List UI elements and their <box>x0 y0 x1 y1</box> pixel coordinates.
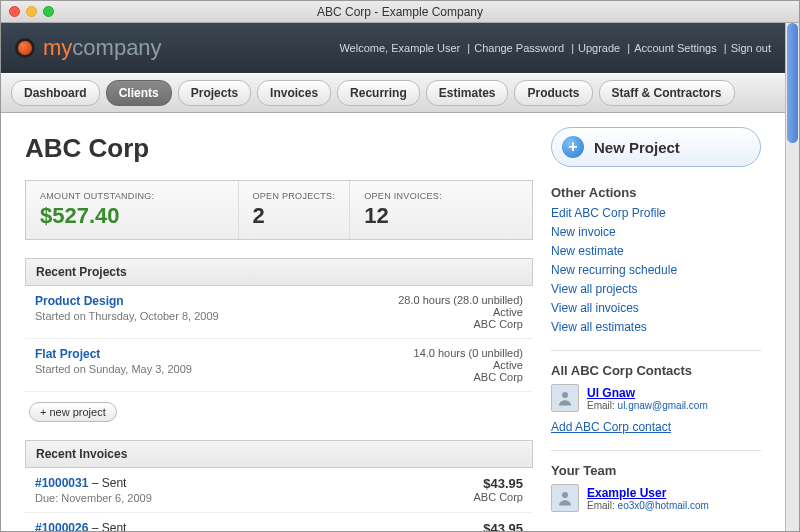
contact-email-link[interactable]: ul.gnaw@gmail.com <box>618 400 708 411</box>
logo-icon <box>15 38 35 58</box>
nav-clients[interactable]: Clients <box>106 80 172 106</box>
nav-recurring[interactable]: Recurring <box>337 80 420 106</box>
project-subtext: Started on Sunday, May 3, 2009 <box>35 363 192 375</box>
team-name-link[interactable]: Example User <box>587 486 666 500</box>
app-header: mycompany Welcome, Example User |Change … <box>1 23 785 73</box>
new-project-button-label: New Project <box>594 139 680 156</box>
user-links: Welcome, Example User |Change Password |… <box>339 42 771 54</box>
nav-invoices[interactable]: Invoices <box>257 80 331 106</box>
logo: mycompany <box>15 35 162 61</box>
outstanding-value: $527.40 <box>40 203 224 229</box>
invoice-meta: $43.95ABC Corp <box>473 476 523 504</box>
svg-point-0 <box>562 392 568 398</box>
project-subtext: Started on Thursday, October 8, 2009 <box>35 310 219 322</box>
sidebar-action-link[interactable]: View all projects <box>551 282 637 296</box>
page-title: ABC Corp <box>25 133 533 164</box>
link-account-settings[interactable]: Account Settings <box>634 42 717 54</box>
project-row: Flat ProjectStarted on Sunday, May 3, 20… <box>25 339 533 392</box>
project-link[interactable]: Flat Project <box>35 347 100 361</box>
team-email-link[interactable]: eo3x0@hotmail.com <box>618 500 709 511</box>
sidebar-action-link[interactable]: New recurring schedule <box>551 263 677 277</box>
window-titlebar: ABC Corp - Example Company <box>1 1 799 23</box>
team-heading: Your Team <box>551 463 761 478</box>
plus-icon: + <box>562 136 584 158</box>
nav-dashboard[interactable]: Dashboard <box>11 80 100 106</box>
scrollbar-thumb[interactable] <box>787 23 798 143</box>
summary-box: Amount Outstanding: $527.40 Open Project… <box>25 180 533 240</box>
sidebar-action-link[interactable]: Edit ABC Corp Profile <box>551 206 666 220</box>
outstanding-label: Amount Outstanding: <box>40 191 224 201</box>
open-invoices-value: 12 <box>364 203 442 229</box>
welcome-text: Welcome, Example User <box>339 42 460 54</box>
project-meta: 28.0 hours (28.0 unbilled)ActiveABC Corp <box>398 294 523 330</box>
zoom-icon[interactable] <box>43 6 54 17</box>
recent-invoices-header: Recent Invoices <box>25 440 533 468</box>
avatar-icon <box>551 384 579 412</box>
window-title: ABC Corp - Example Company <box>317 5 483 19</box>
invoice-row: #1000026 – SentDue: October 22, 2009$43.… <box>25 513 533 531</box>
svg-point-1 <box>562 492 568 498</box>
nav-staff[interactable]: Staff & Contractors <box>599 80 735 106</box>
close-icon[interactable] <box>9 6 20 17</box>
open-projects-label: Open Projects: <box>253 191 336 201</box>
invoice-row: #1000031 – SentDue: November 6, 2009$43.… <box>25 468 533 513</box>
nav-products[interactable]: Products <box>514 80 592 106</box>
contacts-heading: All ABC Corp Contacts <box>551 363 761 378</box>
link-sign-out[interactable]: Sign out <box>731 42 771 54</box>
project-meta: 14.0 hours (0 unbilled)ActiveABC Corp <box>414 347 523 383</box>
open-invoices-label: Open Invoices: <box>364 191 442 201</box>
other-actions-list: Edit ABC Corp ProfileNew invoiceNew esti… <box>551 206 761 334</box>
scrollbar[interactable] <box>785 23 799 531</box>
sidebar-action-link[interactable]: New invoice <box>551 225 616 239</box>
invoice-subtext: Due: November 6, 2009 <box>35 492 152 504</box>
new-project-pill[interactable]: + new project <box>29 402 117 422</box>
project-row: Product DesignStarted on Thursday, Octob… <box>25 286 533 339</box>
team-row: Example User Email: eo3x0@hotmail.com <box>551 484 761 512</box>
open-projects-value: 2 <box>253 203 336 229</box>
add-contact-link[interactable]: Add ABC Corp contact <box>551 420 671 434</box>
new-project-button[interactable]: + New Project <box>551 127 761 167</box>
link-upgrade[interactable]: Upgrade <box>578 42 620 54</box>
project-link[interactable]: Product Design <box>35 294 124 308</box>
contact-row: Ul Gnaw Email: ul.gnaw@gmail.com <box>551 384 761 412</box>
minimize-icon[interactable] <box>26 6 37 17</box>
invoice-link[interactable]: #1000031 <box>35 476 88 490</box>
avatar-icon <box>551 484 579 512</box>
nav-projects[interactable]: Projects <box>178 80 251 106</box>
nav-estimates[interactable]: Estimates <box>426 80 509 106</box>
other-actions-heading: Other Actions <box>551 185 761 200</box>
recent-projects-header: Recent Projects <box>25 258 533 286</box>
invoice-meta: $43.95ABC Corp <box>473 521 523 531</box>
invoice-link[interactable]: #1000026 <box>35 521 88 531</box>
main-nav: Dashboard Clients Projects Invoices Recu… <box>1 73 785 113</box>
contact-name-link[interactable]: Ul Gnaw <box>587 386 635 400</box>
link-change-password[interactable]: Change Password <box>474 42 564 54</box>
sidebar-action-link[interactable]: View all invoices <box>551 301 639 315</box>
sidebar-action-link[interactable]: View all estimates <box>551 320 647 334</box>
sidebar-action-link[interactable]: New estimate <box>551 244 624 258</box>
